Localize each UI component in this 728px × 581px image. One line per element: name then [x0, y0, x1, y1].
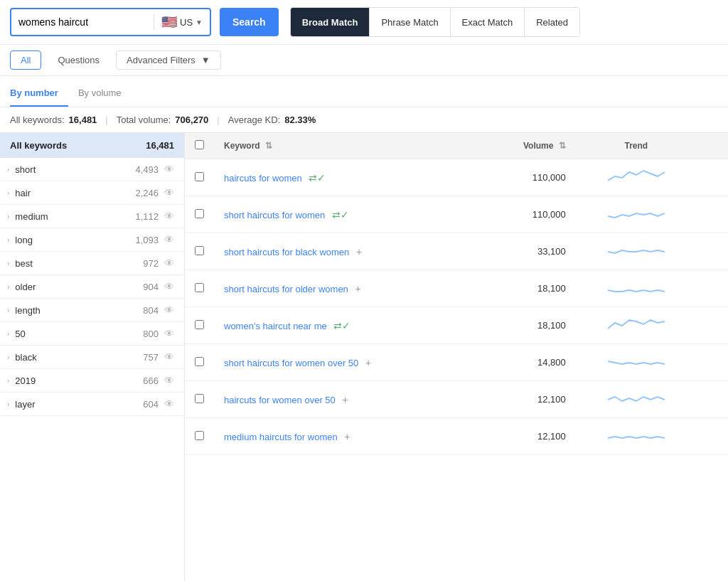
- add-icon[interactable]: +: [342, 394, 348, 405]
- search-input[interactable]: [11, 16, 154, 28]
- sidebar-item[interactable]: › medium 1,112 👁: [0, 205, 184, 228]
- sidebar-item[interactable]: › best 972 👁: [0, 252, 184, 275]
- add-icon[interactable]: +: [365, 357, 371, 368]
- sidebar-header-count: 16,481: [146, 140, 174, 151]
- keyword-link[interactable]: haircuts for women: [224, 173, 302, 183]
- extra-cell: [697, 381, 728, 418]
- search-button[interactable]: Search: [220, 8, 279, 36]
- row-checkbox[interactable]: [195, 283, 204, 292]
- keyword-link[interactable]: medium haircuts for women: [224, 432, 338, 442]
- keywords-table: Keyword ⇅ Volume ⇅ Trend haircuts for wo…: [185, 133, 728, 455]
- sidebar-item[interactable]: › short 4,493 👁: [0, 158, 184, 181]
- eye-icon[interactable]: 👁: [164, 164, 174, 175]
- phrase-match-button[interactable]: Phrase Match: [370, 8, 450, 36]
- trend-column-header: Trend: [576, 133, 697, 159]
- row-checkbox[interactable]: [195, 320, 204, 329]
- country-selector[interactable]: 🇺🇸 US ▼: [154, 14, 210, 30]
- add-icon[interactable]: +: [356, 246, 362, 257]
- extra-cell: [697, 418, 728, 455]
- tab-questions[interactable]: Questions: [47, 50, 110, 70]
- sidebar-item-label: older: [15, 282, 143, 292]
- sidebar-item[interactable]: › layer 604 👁: [0, 393, 184, 416]
- volume-cell: 12,100: [477, 381, 575, 418]
- sidebar-item-count: 757: [143, 352, 159, 363]
- add-to-list-icon[interactable]: ⇄​✓: [309, 172, 326, 183]
- eye-icon[interactable]: 👁: [164, 187, 174, 198]
- eye-icon[interactable]: 👁: [164, 375, 174, 386]
- exact-match-button[interactable]: Exact Match: [451, 8, 525, 36]
- sort-by-number-tab[interactable]: By number: [10, 83, 68, 107]
- keyword-link[interactable]: haircuts for women over 50: [224, 395, 336, 405]
- table-row: short haircuts for older women + 18,100: [185, 270, 728, 307]
- keyword-link[interactable]: short haircuts for black women: [224, 247, 349, 257]
- advanced-filters-button[interactable]: Advanced Filters ▼: [116, 50, 221, 70]
- keyword-cell: medium haircuts for women +: [214, 418, 477, 455]
- sidebar-item[interactable]: › 50 800 👁: [0, 322, 184, 346]
- trend-cell: [576, 159, 697, 196]
- keyword-cell: haircuts for women over 50 +: [214, 381, 477, 418]
- row-checkbox[interactable]: [195, 209, 204, 218]
- keyword-cell: women's haircut near me ⇄​✓: [214, 307, 477, 344]
- trend-chart: [608, 425, 665, 445]
- total-volume-value: 706,270: [175, 114, 208, 125]
- trend-chart: [608, 351, 665, 371]
- eye-icon[interactable]: 👁: [164, 210, 174, 222]
- sidebar-item-label: layer: [15, 399, 143, 410]
- eye-icon[interactable]: 👁: [164, 351, 174, 363]
- tab-all[interactable]: All: [10, 50, 41, 70]
- row-checkbox[interactable]: [195, 431, 204, 440]
- row-checkbox[interactable]: [195, 394, 204, 403]
- eye-icon[interactable]: 👁: [164, 328, 174, 339]
- sidebar-item[interactable]: › hair 2,246 👁: [0, 181, 184, 205]
- row-checkbox-cell: [185, 344, 214, 381]
- broad-match-button[interactable]: Broad Match: [291, 8, 370, 36]
- sidebar-item-label: best: [15, 258, 143, 269]
- avg-kd-value: 82.33%: [284, 114, 316, 125]
- keyword-link[interactable]: short haircuts for women: [224, 210, 325, 220]
- add-to-list-icon[interactable]: ⇄​✓: [332, 209, 349, 220]
- chevron-right-icon: ›: [7, 260, 9, 267]
- chevron-right-icon: ›: [7, 283, 9, 291]
- eye-icon[interactable]: 👁: [164, 281, 174, 292]
- keyword-cell: short haircuts for women ⇄​✓: [214, 196, 477, 233]
- extra-cell: [697, 307, 728, 344]
- row-checkbox[interactable]: [195, 172, 204, 181]
- eye-icon[interactable]: 👁: [164, 257, 174, 269]
- trend-chart: [608, 277, 665, 297]
- sidebar-item-count: 804: [143, 305, 159, 316]
- eye-icon[interactable]: 👁: [164, 304, 174, 316]
- trend-chart: [608, 388, 665, 408]
- row-checkbox[interactable]: [195, 246, 204, 255]
- avg-kd-label: Average KD:: [228, 114, 280, 125]
- eye-icon[interactable]: 👁: [164, 234, 174, 245]
- sidebar: All keywords 16,481 › short 4,493 👁 › ha…: [0, 133, 185, 581]
- keyword-link[interactable]: short haircuts for older women: [224, 284, 348, 294]
- sidebar-item[interactable]: › 2019 666 👁: [0, 369, 184, 393]
- toolbar: 🇺🇸 US ▼ Search Broad Match Phrase Match …: [0, 0, 728, 45]
- table-header-row: Keyword ⇅ Volume ⇅ Trend: [185, 133, 728, 159]
- sidebar-item-count: 904: [143, 282, 159, 292]
- eye-icon[interactable]: 👁: [164, 398, 174, 410]
- sidebar-item[interactable]: › black 757 👁: [0, 346, 184, 369]
- advanced-filters-label: Advanced Filters: [127, 55, 196, 65]
- sidebar-item-label: black: [15, 352, 143, 363]
- add-to-list-icon[interactable]: ⇄​✓: [333, 320, 350, 331]
- row-checkbox[interactable]: [195, 357, 204, 366]
- sidebar-item-count: 1,112: [135, 211, 159, 222]
- keyword-link[interactable]: short haircuts for women over 50: [224, 358, 358, 368]
- add-icon[interactable]: +: [344, 431, 350, 442]
- sidebar-item-label: hair: [15, 188, 135, 198]
- sidebar-item-label: medium: [15, 211, 135, 222]
- related-button[interactable]: Related: [525, 8, 579, 36]
- chevron-right-icon: ›: [7, 236, 9, 244]
- extra-cell: [697, 344, 728, 381]
- keyword-link[interactable]: women's haircut near me: [224, 321, 327, 331]
- chevron-right-icon: ›: [7, 307, 9, 314]
- sidebar-item[interactable]: › long 1,093 👁: [0, 228, 184, 252]
- sort-by-volume-tab[interactable]: By volume: [78, 83, 132, 107]
- total-volume-label: Total volume:: [117, 114, 171, 125]
- sidebar-item[interactable]: › older 904 👁: [0, 275, 184, 299]
- add-icon[interactable]: +: [355, 283, 360, 294]
- sidebar-item[interactable]: › length 804 👁: [0, 299, 184, 322]
- select-all-checkbox[interactable]: [195, 140, 204, 149]
